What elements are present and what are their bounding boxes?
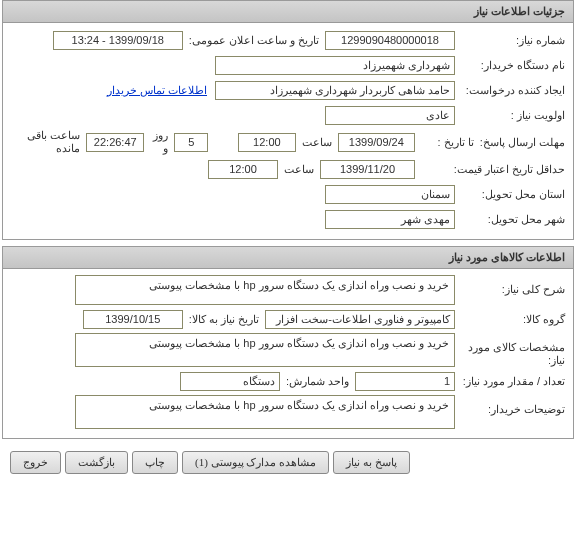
buyer-notes-label: توضیحات خریدار: xyxy=(455,395,565,416)
contact-link[interactable]: اطلاعات تماس خریدار xyxy=(107,84,207,97)
announce-label: تاریخ و ساعت اعلان عمومی: xyxy=(183,34,325,47)
qty-label: تعداد / مقدار مورد نیاز: xyxy=(455,375,565,388)
need-number-field: 1299090480000018 xyxy=(325,31,455,50)
need-date-label: تاریخ نیاز به کالا: xyxy=(183,313,265,326)
footer-spacer xyxy=(414,451,566,474)
validity-label: حداقل تاریخ اعتبار قیمت: xyxy=(415,162,565,176)
panel2-body: شرح کلی نیاز: خرید و نصب وراه اندازی یک … xyxy=(3,269,573,438)
exit-button[interactable]: خروج xyxy=(10,451,61,474)
spec-label: مشخصات کالای مورد نیاز: xyxy=(455,333,565,367)
time-label-2: ساعت xyxy=(278,163,320,176)
row-deadline: مهلت ارسال پاسخ: تا تاریخ : 1399/09/24 س… xyxy=(11,129,565,155)
row-buyer-notes: توضیحات خریدار: خرید و نصب وراه اندازی ی… xyxy=(11,395,565,429)
deadline-date-field: 1399/09/24 xyxy=(338,133,415,152)
need-date-field: 1399/10/15 xyxy=(83,310,183,329)
panel1-header: جزئیات اطلاعات نیاز xyxy=(3,1,573,23)
row-buyer: نام دستگاه خریدار: شهرداری شهمیرزاد xyxy=(11,54,565,76)
remaining-time-field: 22:26:47 xyxy=(86,133,144,152)
priority-field: عادی xyxy=(325,106,455,125)
footer-toolbar: پاسخ به نیاز مشاهده مدارک پیوستی (1) چاپ… xyxy=(2,445,574,480)
group-field: کامپیوتر و فناوری اطلاعات-سخت افزار xyxy=(265,310,455,329)
creator-label: ایجاد کننده درخواست: xyxy=(455,84,565,97)
print-button[interactable]: چاپ xyxy=(132,451,178,474)
need-details-panel: جزئیات اطلاعات نیاز شماره نیاز: 12990904… xyxy=(2,0,574,240)
unit-field: دستگاه xyxy=(180,372,280,391)
city-field: مهدی شهر xyxy=(325,210,455,229)
row-city: شهر محل تحویل: مهدی شهر xyxy=(11,208,565,230)
row-priority: اولویت نیاز : عادی xyxy=(11,104,565,126)
row-need-number: شماره نیاز: 1299090480000018 تاریخ و ساع… xyxy=(11,29,565,51)
buyer-notes-field: خرید و نصب وراه اندازی یک دستگاه سرور hp… xyxy=(75,395,455,429)
unit-label: واحد شمارش: xyxy=(280,375,355,388)
desc-field: خرید و نصب وراه اندازی یک دستگاه سرور hp… xyxy=(75,275,455,305)
validity-time-field: 12:00 xyxy=(208,160,278,179)
remaining-label: ساعت باقی مانده xyxy=(11,129,87,155)
time-label-1: ساعت xyxy=(296,136,338,149)
deadline-time-field: 12:00 xyxy=(238,133,296,152)
row-group: گروه کالا: کامپیوتر و فناوری اطلاعات-سخت… xyxy=(11,308,565,330)
row-province: استان محل تحویل: سمنان xyxy=(11,183,565,205)
row-creator: ایجاد کننده درخواست: حامد شاهی کاربردار … xyxy=(11,79,565,101)
row-spec: مشخصات کالای مورد نیاز: خرید و نصب وراه … xyxy=(11,333,565,367)
priority-label: اولویت نیاز : xyxy=(455,109,565,122)
province-label: استان محل تحویل: xyxy=(455,188,565,201)
validity-date-field: 1399/11/20 xyxy=(320,160,415,179)
desc-label: شرح کلی نیاز: xyxy=(455,275,565,296)
goods-info-panel: اطلاعات کالاهای مورد نیاز شرح کلی نیاز: … xyxy=(2,246,574,439)
buyer-field: شهرداری شهمیرزاد xyxy=(215,56,455,75)
panel1-body: شماره نیاز: 1299090480000018 تاریخ و ساع… xyxy=(3,23,573,239)
spec-field: خرید و نصب وراه اندازی یک دستگاه سرور hp… xyxy=(75,333,455,367)
row-validity: حداقل تاریخ اعتبار قیمت: 1399/11/20 ساعت… xyxy=(11,158,565,180)
announce-field: 1399/09/18 - 13:24 xyxy=(53,31,183,50)
days-field: 5 xyxy=(174,133,208,152)
days-label: روز و xyxy=(144,129,174,155)
qty-field: 1 xyxy=(355,372,455,391)
need-number-label: شماره نیاز: xyxy=(455,34,565,47)
group-label: گروه کالا: xyxy=(455,313,565,326)
province-field: سمنان xyxy=(325,185,455,204)
respond-button[interactable]: پاسخ به نیاز xyxy=(333,451,410,474)
attachments-button[interactable]: مشاهده مدارک پیوستی (1) xyxy=(182,451,329,474)
creator-field: حامد شاهی کاربردار شهرداری شهمیرزاد xyxy=(215,81,455,100)
back-button[interactable]: بازگشت xyxy=(65,451,128,474)
row-desc: شرح کلی نیاز: خرید و نصب وراه اندازی یک … xyxy=(11,275,565,305)
deadline-label: مهلت ارسال پاسخ: تا تاریخ : xyxy=(415,136,565,149)
row-qty: تعداد / مقدار مورد نیاز: 1 واحد شمارش: د… xyxy=(11,370,565,392)
panel2-header: اطلاعات کالاهای مورد نیاز xyxy=(3,247,573,269)
buyer-label: نام دستگاه خریدار: xyxy=(455,59,565,72)
city-label: شهر محل تحویل: xyxy=(455,213,565,226)
